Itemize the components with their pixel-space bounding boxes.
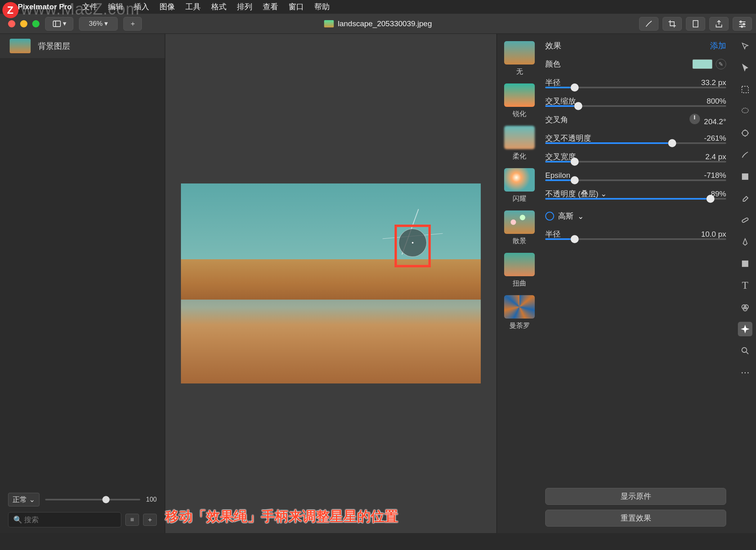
param-color-label: 颜色 <box>545 59 561 69</box>
param-cross-scale-value: 800% <box>706 97 726 106</box>
param-radius-value: 33.2 px <box>701 78 726 87</box>
document-thumb-icon <box>324 20 334 27</box>
preset-soften[interactable]: 柔化 <box>504 126 535 161</box>
tool-brush[interactable] <box>738 148 752 162</box>
zoom-level-dropdown[interactable]: 36% ▾ <box>79 17 118 31</box>
adjustments-button[interactable] <box>733 17 752 31</box>
app-name[interactable]: Pixelmator Pro <box>18 2 72 11</box>
tool-arrow[interactable] <box>738 60 752 75</box>
pen-icon <box>741 237 750 246</box>
menu-edit[interactable]: 编辑 <box>108 2 123 12</box>
radius2-slider[interactable] <box>545 238 726 240</box>
tool-effects[interactable] <box>738 322 752 336</box>
layers-search-input[interactable]: 🔍 搜索 <box>8 512 121 527</box>
svg-rect-9 <box>742 86 748 93</box>
tool-eraser[interactable] <box>738 191 752 206</box>
menu-file[interactable]: 文件 <box>82 2 98 12</box>
opacity-slider[interactable] <box>545 198 726 200</box>
effects-panel: 无 锐化 柔化 闪耀 散景 扭曲 曼荼罗 效果 添加 颜色 ✎ 半径33.2 p… <box>496 34 734 533</box>
color-swatch[interactable] <box>692 59 712 69</box>
menu-view[interactable]: 查看 <box>263 2 278 12</box>
document-title[interactable]: landscape_205330039.jpeg <box>324 19 432 28</box>
layer-opacity-slider[interactable] <box>45 499 140 500</box>
window-traffic-lights <box>8 20 39 27</box>
epsilon-slider[interactable] <box>545 179 726 181</box>
window-close-button[interactable] <box>8 20 15 27</box>
svg-point-18 <box>742 348 747 352</box>
blend-mode-select[interactable]: 正常 ⌄ <box>8 493 39 506</box>
tool-lasso[interactable] <box>738 104 752 119</box>
preset-label: 曼荼罗 <box>509 321 530 330</box>
search-placeholder: 搜索 <box>24 516 39 524</box>
brush-icon <box>644 19 653 28</box>
crop-tool-button[interactable] <box>663 17 682 31</box>
tool-zoom[interactable] <box>738 344 752 358</box>
preset-thumb-icon <box>504 83 535 107</box>
tool-marquee[interactable] <box>738 82 752 97</box>
svg-rect-2 <box>693 21 698 27</box>
tool-text[interactable]: T <box>738 278 752 293</box>
preset-thumb-icon <box>504 168 535 192</box>
reset-effects-button[interactable]: 重置效果 <box>545 510 726 527</box>
square-icon <box>741 259 750 268</box>
tool-pen[interactable] <box>738 235 752 249</box>
layers-options-button[interactable]: ≡ <box>125 514 139 526</box>
sidebar-toggle-button[interactable]: ▾ <box>45 17 73 31</box>
add-layer-button[interactable]: ＋ <box>143 514 157 526</box>
preset-thumb-icon <box>504 41 535 65</box>
preset-thumb-icon <box>504 253 535 276</box>
add-effect-button[interactable]: 添加 <box>710 40 726 51</box>
param-radius2-value: 10.0 px <box>701 230 726 239</box>
preset-thumb-icon <box>504 295 535 319</box>
angle-dial[interactable] <box>690 114 700 124</box>
radius-slider[interactable] <box>545 87 726 88</box>
cross-scale-slider[interactable] <box>545 105 726 107</box>
section-gauss-label: 高斯 <box>558 211 573 221</box>
preset-sparkle[interactable]: 闪耀 <box>504 168 535 203</box>
preset-bokeh[interactable]: 散景 <box>504 210 535 246</box>
layers-panel: 背景图层 正常 ⌄ 100 🔍 搜索 ≡ ＋ <box>0 34 165 533</box>
window-minimize-button[interactable] <box>20 20 27 27</box>
window-maximize-button[interactable] <box>32 20 39 27</box>
effect-section-gaussian[interactable]: 高斯 ⌄ <box>545 211 726 221</box>
menu-arrange[interactable]: 排列 <box>237 2 252 12</box>
tool-shape[interactable] <box>738 256 752 271</box>
menu-image[interactable]: 图像 <box>160 2 175 12</box>
crop-icon <box>668 19 677 28</box>
tool-magic-wand[interactable] <box>738 126 752 140</box>
layer-row[interactable]: 背景图层 <box>0 34 165 58</box>
sparkle-icon <box>741 325 750 333</box>
tool-heal[interactable] <box>738 213 752 227</box>
paint-tool-button[interactable] <box>639 17 658 31</box>
tool-styles[interactable] <box>738 39 752 53</box>
effect-controls: 效果 添加 颜色 ✎ 半径33.2 px 交叉缩放800% 交叉角 204.2°… <box>542 34 734 533</box>
export-button[interactable] <box>686 17 705 31</box>
preset-sharpen[interactable]: 锐化 <box>504 83 535 119</box>
preset-none[interactable]: 无 <box>504 41 535 76</box>
tool-color-adjust[interactable] <box>738 300 752 315</box>
menu-window[interactable]: 窗口 <box>289 2 304 12</box>
svg-rect-14 <box>742 261 748 267</box>
preset-mandala[interactable]: 曼荼罗 <box>504 295 535 330</box>
fill-icon <box>741 172 750 181</box>
show-original-button[interactable]: 显示原件 <box>545 488 726 505</box>
magnifier-icon <box>741 346 750 355</box>
share-button[interactable] <box>709 17 729 31</box>
tool-fill[interactable] <box>738 169 752 184</box>
menu-help[interactable]: 帮助 <box>314 2 330 12</box>
cross-opacity-slider[interactable] <box>545 142 726 144</box>
canvas-image[interactable] <box>181 183 481 383</box>
menu-tools[interactable]: 工具 <box>185 2 201 12</box>
menu-insert[interactable]: 插入 <box>134 2 149 12</box>
preset-label: 扭曲 <box>513 279 526 288</box>
cross-width-slider[interactable] <box>545 161 726 162</box>
menu-format[interactable]: 格式 <box>211 2 226 12</box>
tool-more[interactable]: ⋯ <box>738 365 752 380</box>
document-title-text: landscape_205330039.jpeg <box>338 19 432 28</box>
eyedropper-button[interactable]: ✎ <box>716 59 726 69</box>
svg-rect-12 <box>742 174 748 179</box>
preset-distort[interactable]: 扭曲 <box>504 253 535 288</box>
svg-point-11 <box>742 130 748 136</box>
canvas-area[interactable]: 移动「效果绳」手柄来调整星星的位置 <box>165 34 496 533</box>
add-button[interactable]: ＋ <box>123 17 142 31</box>
